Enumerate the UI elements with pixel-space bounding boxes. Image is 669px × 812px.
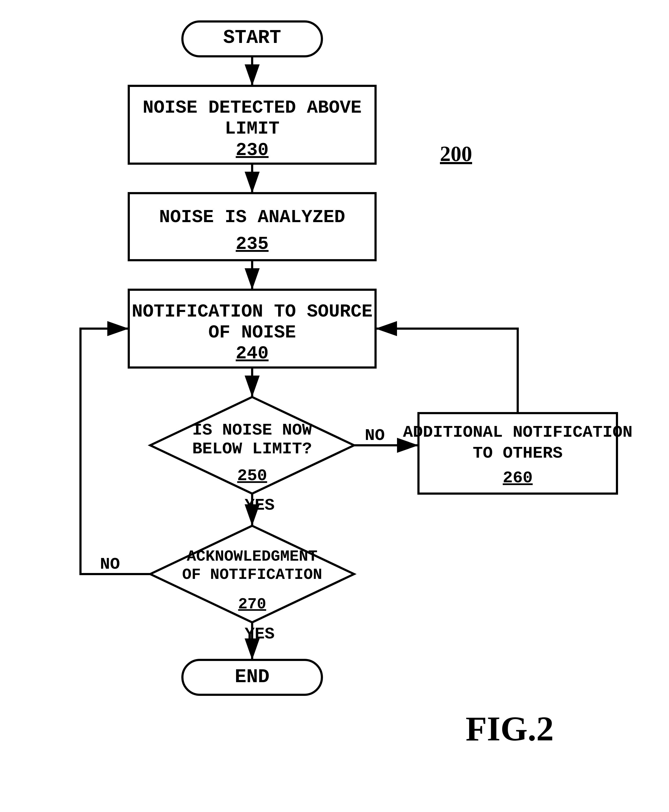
svg-text:LIMIT: LIMIT (225, 118, 279, 139)
svg-text:TO OTHERS: TO OTHERS (473, 444, 563, 463)
svg-text:NO: NO (365, 426, 385, 445)
diagram-container: START NOISE DETECTED ABOVE LIMIT 230 NOI… (0, 0, 669, 812)
svg-text:NOTIFICATION TO SOURCE: NOTIFICATION TO SOURCE (132, 301, 373, 322)
svg-text:FIG.2: FIG.2 (466, 709, 554, 748)
svg-text:YES: YES (245, 624, 275, 644)
svg-text:OF NOTIFICATION: OF NOTIFICATION (182, 566, 322, 583)
svg-text:START: START (223, 27, 281, 49)
svg-text:260: 260 (503, 468, 533, 488)
svg-text:270: 270 (238, 595, 266, 613)
svg-text:230: 230 (236, 140, 269, 160)
svg-text:NO: NO (100, 555, 120, 574)
svg-text:OF NOISE: OF NOISE (208, 322, 296, 343)
svg-text:IS NOISE NOW: IS NOISE NOW (192, 420, 312, 440)
svg-text:END: END (235, 666, 270, 688)
svg-text:ACKNOWLEDGMENT: ACKNOWLEDGMENT (187, 548, 317, 565)
svg-text:BELOW LIMIT?: BELOW LIMIT? (192, 439, 312, 459)
svg-text:200: 200 (440, 142, 472, 165)
svg-text:250: 250 (237, 466, 267, 485)
svg-text:NOISE DETECTED ABOVE: NOISE DETECTED ABOVE (143, 98, 361, 118)
svg-text:ADDITIONAL NOTIFICATION: ADDITIONAL NOTIFICATION (403, 423, 632, 442)
svg-text:235: 235 (236, 234, 269, 254)
svg-text:240: 240 (236, 343, 269, 364)
svg-text:NOISE IS ANALYZED: NOISE IS ANALYZED (159, 207, 345, 227)
svg-text:YES: YES (245, 496, 275, 515)
